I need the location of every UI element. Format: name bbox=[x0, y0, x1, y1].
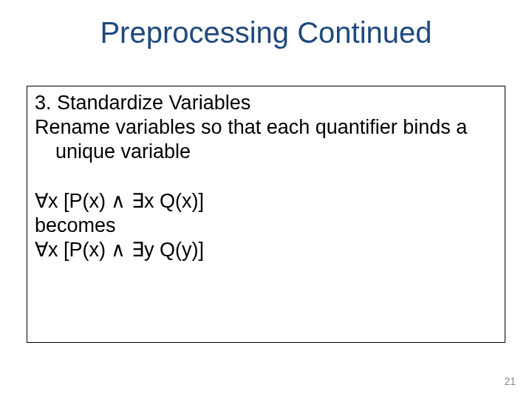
spacer bbox=[35, 164, 497, 189]
slide-title: Preprocessing Continued bbox=[0, 16, 532, 50]
section-heading: 3. Standardize Variables bbox=[35, 91, 497, 115]
becomes-label: becomes bbox=[35, 214, 497, 238]
page-number: 21 bbox=[504, 375, 516, 387]
formula-after: ∀x [P(x) ∧ ∃y Q(y)] bbox=[35, 238, 497, 262]
content-box: 3. Standardize Variables Rename variable… bbox=[27, 86, 505, 343]
description-line-2: unique variable bbox=[35, 140, 497, 164]
formula-before: ∀x [P(x) ∧ ∃x Q(x)] bbox=[35, 189, 497, 214]
description-line-1: Rename variables so that each quantifier… bbox=[35, 115, 497, 140]
slide: Preprocessing Continued 3. Standardize V… bbox=[0, 0, 532, 399]
